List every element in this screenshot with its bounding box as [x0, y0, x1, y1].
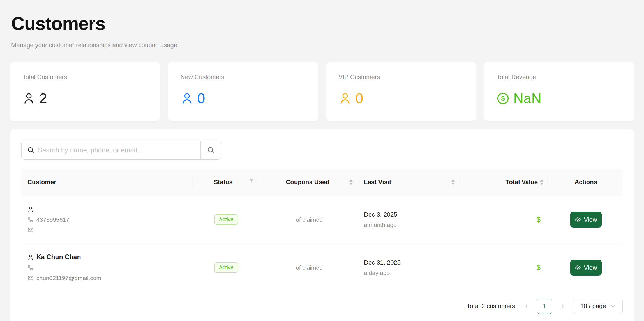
- total-value-cell: $: [460, 244, 549, 292]
- pagination: Total 2 customers 1 10 / page: [21, 299, 623, 314]
- table-header-row: Customer Status Coupons Used: [21, 169, 623, 196]
- last-visit-date: Dec 31, 2025: [364, 259, 455, 266]
- stat-label: New Customers: [181, 74, 306, 81]
- stat-value: 0: [197, 90, 205, 107]
- column-label: Coupons Used: [286, 178, 329, 186]
- stat-value: NaN: [513, 90, 541, 107]
- user-icon: [27, 254, 34, 260]
- customers-table: Customer Status Coupons Used: [21, 169, 623, 292]
- last-visit-relative: a day ago: [364, 270, 455, 276]
- last-visit-date: Dec 3, 2025: [364, 211, 455, 218]
- last-visit-relative: a month ago: [364, 222, 455, 228]
- pagination-total: Total 2 customers: [467, 302, 515, 310]
- phone-icon: [27, 265, 34, 271]
- search-icon: [27, 146, 34, 154]
- customer-row: Ka Chun Chan chun021197@gmail.com: [21, 244, 623, 292]
- total-value-cell: $: [460, 196, 549, 244]
- stats-row: Total Customers 2 New Customers 0 VIP Cu…: [10, 62, 634, 121]
- column-header-total-value[interactable]: Total Value: [460, 169, 549, 196]
- column-header-actions: Actions: [549, 169, 623, 196]
- sort-icon[interactable]: [349, 179, 353, 185]
- eye-icon: [574, 264, 581, 271]
- customers-panel: Customer Status Coupons Used: [10, 129, 634, 321]
- user-icon: [22, 92, 35, 105]
- column-label: Last Visit: [364, 178, 451, 186]
- sort-icon[interactable]: [540, 179, 543, 185]
- column-header-customer: Customer: [21, 169, 192, 196]
- chevron-left-icon: [524, 303, 529, 309]
- customer-row: 4378595617 Active of claimed D: [21, 196, 623, 244]
- user-icon: [339, 92, 352, 105]
- user-icon: [27, 206, 34, 212]
- page-size-select[interactable]: 10 / page: [573, 299, 623, 314]
- column-label: Actions: [574, 178, 597, 185]
- page-subtitle: Manage your customer relationships and v…: [11, 42, 634, 49]
- column-header-coupons-used[interactable]: Coupons Used: [260, 169, 358, 196]
- page-size-value: 10 / page: [580, 302, 606, 310]
- page-title: Customers: [11, 13, 634, 34]
- stat-value: 0: [356, 90, 363, 107]
- stat-value: 2: [39, 90, 47, 107]
- view-button-label: View: [584, 216, 597, 223]
- view-button[interactable]: View: [570, 212, 602, 228]
- chevron-right-icon: [560, 303, 565, 309]
- stat-card-total-customers: Total Customers 2: [10, 62, 160, 121]
- dollar-circle-icon: [497, 92, 509, 105]
- stat-card-new-customers: New Customers 0: [168, 62, 318, 121]
- mail-icon: [27, 275, 34, 281]
- phone-icon: [27, 217, 34, 223]
- user-icon: [181, 92, 193, 105]
- stat-label: VIP Customers: [339, 74, 464, 81]
- eye-icon: [574, 216, 581, 223]
- pagination-page-1[interactable]: 1: [537, 299, 552, 314]
- search-icon: [207, 146, 215, 154]
- mail-icon: [27, 227, 34, 233]
- column-label: Customer: [27, 178, 56, 185]
- column-label: Status: [214, 178, 232, 186]
- customers-page: Customers Manage your customer relations…: [0, 0, 644, 321]
- customer-search: [21, 141, 221, 160]
- customer-email: chun021197@gmail.com: [36, 275, 101, 281]
- status-badge: Active: [214, 214, 238, 225]
- view-button[interactable]: View: [570, 260, 602, 276]
- column-header-last-visit[interactable]: Last Visit: [358, 169, 460, 196]
- coupons-used-cell: of claimed: [260, 244, 358, 292]
- view-button-label: View: [584, 264, 597, 271]
- stat-card-vip-customers: VIP Customers 0: [326, 62, 476, 121]
- customer-phone: 4378595617: [36, 216, 69, 223]
- chevron-down-icon: [610, 304, 615, 309]
- customer-name: Ka Chun Chan: [36, 253, 81, 261]
- pagination-next-button[interactable]: [558, 299, 567, 314]
- search-input[interactable]: [38, 146, 195, 154]
- stat-label: Total Revenue: [497, 74, 622, 81]
- search-button[interactable]: [200, 141, 221, 159]
- stat-label: Total Customers: [22, 74, 147, 81]
- column-label: Total Value: [466, 178, 538, 186]
- column-header-status: Status: [192, 169, 260, 196]
- status-badge: Active: [214, 262, 238, 273]
- coupons-used-cell: of claimed: [260, 196, 358, 244]
- filter-icon[interactable]: [248, 178, 255, 186]
- sort-icon[interactable]: [451, 179, 455, 185]
- stat-card-total-revenue: Total Revenue NaN: [484, 62, 634, 121]
- pagination-prev-button[interactable]: [522, 299, 531, 314]
